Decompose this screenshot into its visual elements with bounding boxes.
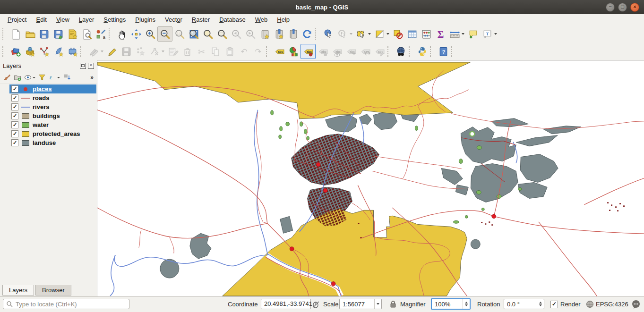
panel-float-icon[interactable] xyxy=(80,63,86,69)
messages-icon[interactable] xyxy=(631,300,641,309)
cut-features-icon[interactable]: ✂ xyxy=(194,44,208,59)
scale-dropdown-icon[interactable] xyxy=(374,299,381,309)
menu-web[interactable]: Web xyxy=(250,15,273,24)
measure-icon[interactable] xyxy=(447,27,462,41)
menu-database[interactable]: Database xyxy=(215,15,250,24)
show-hide-labels-icon[interactable] xyxy=(330,44,344,59)
zoom-to-layer-icon[interactable] xyxy=(215,27,229,41)
map-canvas[interactable] xyxy=(97,60,644,296)
new-shapefile-layer-icon[interactable] xyxy=(37,44,51,59)
menu-vector[interactable]: Vector xyxy=(160,15,187,24)
magnifier-spin-icons[interactable] xyxy=(463,299,470,309)
map-themes-icon[interactable] xyxy=(24,74,35,81)
layer-styling-icon[interactable] xyxy=(3,74,11,81)
move-label-icon[interactable] xyxy=(344,44,358,59)
layer-item-landuse[interactable]: ✓landuse xyxy=(9,138,96,147)
panel-close-icon[interactable]: × xyxy=(88,63,94,69)
save-project-as-icon[interactable] xyxy=(51,27,65,41)
add-group-icon[interactable] xyxy=(14,74,21,81)
render-checkbox[interactable]: ✓ xyxy=(550,301,558,308)
layer-labeling-icon[interactable] xyxy=(272,44,286,59)
current-edits-icon[interactable] xyxy=(86,44,101,59)
open-attribute-table-icon[interactable] xyxy=(405,27,419,41)
layer-item-roads[interactable]: ✓roads xyxy=(9,93,96,102)
zoom-full-icon[interactable] xyxy=(187,27,201,41)
highlight-pinned-labels-icon[interactable] xyxy=(316,44,330,59)
layer-item-places[interactable]: ✓places xyxy=(9,84,96,93)
coordinate-field[interactable]: 20.4981,-33.9741 xyxy=(261,299,311,309)
help-icon[interactable]: ? xyxy=(436,44,450,59)
select-features-icon[interactable] xyxy=(354,27,368,41)
layer-checkbox[interactable]: ✓ xyxy=(11,130,18,137)
scale-combo[interactable]: 1:56077 xyxy=(339,299,382,309)
layer-item-water[interactable]: ✓water xyxy=(9,120,96,129)
data-source-manager-icon[interactable] xyxy=(9,44,23,59)
refresh-icon[interactable] xyxy=(300,27,314,41)
pin-labels-icon[interactable] xyxy=(301,44,316,59)
redo-icon[interactable]: ↷ xyxy=(251,44,265,59)
zoom-last-icon[interactable] xyxy=(229,27,243,41)
add-feature-icon[interactable] xyxy=(133,44,147,59)
maximize-button[interactable]: □ xyxy=(618,3,627,12)
copy-features-icon[interactable] xyxy=(208,44,223,59)
minimize-button[interactable]: − xyxy=(606,3,615,12)
rotate-label-icon[interactable] xyxy=(358,44,372,59)
filter-legend-icon[interactable] xyxy=(38,74,46,81)
layer-checkbox[interactable]: ✓ xyxy=(11,139,18,146)
pan-to-selection-icon[interactable] xyxy=(129,27,143,41)
menu-settings[interactable]: Settings xyxy=(99,15,130,24)
panel-toolbar-overflow-icon[interactable]: » xyxy=(90,74,94,81)
expression-filter-icon[interactable]: ε xyxy=(49,74,60,81)
layer-item-buildings[interactable]: ✓buildings xyxy=(9,111,96,120)
deselect-all-icon[interactable] xyxy=(391,27,405,41)
identify-features-icon[interactable]: i xyxy=(321,27,335,41)
menu-view[interactable]: View xyxy=(52,15,74,24)
new-geopackage-layer-icon[interactable] xyxy=(23,44,37,59)
close-button[interactable]: × xyxy=(630,3,639,12)
text-annotation-icon[interactable]: T xyxy=(480,27,494,41)
zoom-to-selection-icon[interactable] xyxy=(201,27,215,41)
new-project-icon[interactable] xyxy=(9,27,23,41)
menu-edit[interactable]: Edit xyxy=(31,15,51,24)
show-bookmarks-icon[interactable] xyxy=(272,27,286,41)
menu-layer[interactable]: Layer xyxy=(74,15,99,24)
zoom-in-icon[interactable] xyxy=(143,27,157,41)
menu-raster[interactable]: Raster xyxy=(187,15,215,24)
new-spatialite-layer-icon[interactable] xyxy=(51,44,65,59)
crs-globe-icon[interactable] xyxy=(586,300,594,308)
open-project-icon[interactable] xyxy=(23,27,37,41)
menu-help[interactable]: Help xyxy=(272,15,294,24)
new-bookmark-icon[interactable] xyxy=(258,27,272,41)
layer-checkbox[interactable]: ✓ xyxy=(11,103,18,110)
map-tips-icon[interactable] xyxy=(466,27,480,41)
layer-checkbox[interactable]: ✓ xyxy=(11,121,18,128)
new-print-layout-icon[interactable] xyxy=(65,27,79,41)
new-virtual-layer-icon[interactable] xyxy=(65,44,79,59)
zoom-next-icon[interactable] xyxy=(243,27,258,41)
layer-checkbox[interactable]: ✓ xyxy=(11,112,18,119)
field-calculator-icon[interactable] xyxy=(419,27,433,41)
show-layout-manager-icon[interactable] xyxy=(79,27,94,41)
panel-tab-browser[interactable]: Browser xyxy=(35,285,71,295)
statistics-icon[interactable]: Σ xyxy=(433,27,447,41)
modify-attributes-icon[interactable] xyxy=(166,44,180,59)
save-edits-icon[interactable] xyxy=(119,44,133,59)
pan-map-icon[interactable] xyxy=(115,27,129,41)
lock-icon[interactable] xyxy=(389,300,397,308)
layer-checkbox[interactable]: ✓ xyxy=(11,94,18,101)
layer-checkbox[interactable]: ✓ xyxy=(11,85,18,93)
metasearch-icon[interactable] xyxy=(394,44,408,59)
paste-features-icon[interactable] xyxy=(223,44,237,59)
menu-plugins[interactable]: Plugins xyxy=(130,15,160,24)
rotation-spinbox[interactable]: 0.0 ° xyxy=(504,299,544,309)
menu-project[interactable]: Project xyxy=(3,15,31,24)
delete-selected-icon[interactable] xyxy=(180,44,194,59)
python-console-icon[interactable] xyxy=(415,44,429,59)
style-manager-icon[interactable]: a xyxy=(94,27,108,41)
layer-item-protected_areas[interactable]: ✓protected_areas xyxy=(9,129,96,138)
magnifier-spinbox[interactable]: 100% xyxy=(431,298,471,310)
expand-collapse-icon[interactable] xyxy=(63,74,70,81)
show-spatial-bookmarks-icon[interactable] xyxy=(286,27,300,41)
locator-bar[interactable] xyxy=(3,299,129,309)
panel-tab-layers[interactable]: Layers xyxy=(2,285,34,295)
